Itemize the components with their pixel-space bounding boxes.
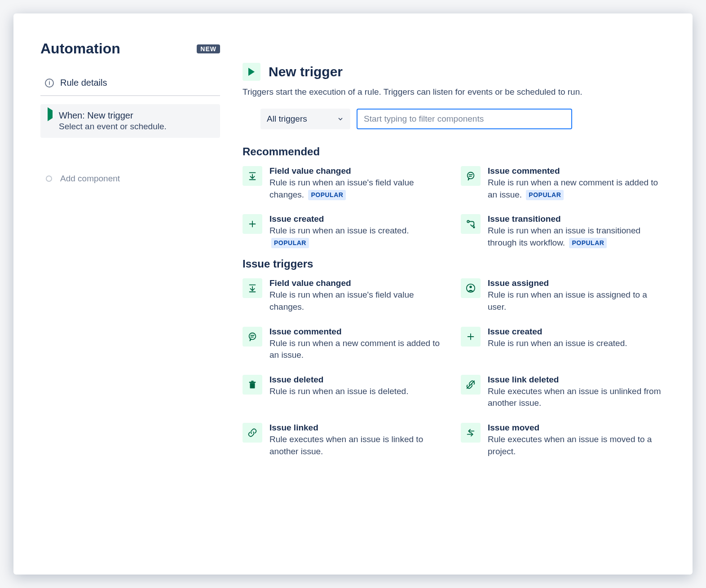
main-header: New trigger: [243, 63, 666, 81]
card-description: Rule is run when an issue is transitione…: [488, 225, 661, 249]
step-new-trigger[interactable]: When: New trigger Select an event or sch…: [40, 104, 220, 138]
card-description-text: Rule is run when an issue is created.: [269, 226, 409, 235]
card-description: Rule executes when an issue is unlinked …: [488, 386, 661, 409]
card-description-text: Rule is run when an issue is transitione…: [488, 226, 640, 247]
rule-details-link[interactable]: i Rule details: [40, 70, 220, 96]
trigger-card[interactable]: Issue transitionedRule is run when an is…: [461, 214, 666, 249]
dropdown-label: All triggers: [267, 114, 307, 124]
card-description-text: Rule executes when an issue is moved to …: [488, 434, 652, 456]
card-body: Issue commentedRule is run when a new co…: [269, 327, 443, 361]
card-description: Rule executes when an issue is moved to …: [488, 434, 661, 457]
new-badge: NEW: [197, 44, 220, 53]
sections: RecommendedField value changedRule is ru…: [243, 145, 666, 457]
card-title: Issue commented: [269, 327, 443, 337]
popular-badge: POPULAR: [569, 238, 607, 249]
card-body: Field value changedRule is run when an i…: [269, 278, 443, 313]
card-description-text: Rule executes when an issue is linked to…: [269, 434, 423, 456]
card-title: Issue created: [269, 214, 443, 224]
card-body: Issue movedRule executes when an issue i…: [488, 423, 661, 457]
step-title: When: New trigger: [59, 110, 167, 121]
card-description: Rule is run when an issue is created. PO…: [269, 225, 443, 249]
trigger-card[interactable]: Issue createdRule is run when an issue i…: [243, 214, 447, 249]
card-body: Field value changedRule is run when an i…: [269, 166, 443, 201]
page-title: Automation: [40, 40, 120, 57]
trigger-grid: Field value changedRule is run when an i…: [243, 166, 666, 249]
card-body: Issue link deletedRule executes when an …: [488, 375, 661, 409]
trash-icon: [243, 375, 262, 395]
section-title: Issue triggers: [243, 258, 666, 270]
card-description-text: Rule is run when an issue's field value …: [269, 290, 414, 312]
card-title: Issue linked: [269, 423, 443, 433]
comment-icon: [243, 327, 262, 347]
move-icon: [461, 423, 481, 443]
svg-rect-20: [250, 383, 255, 388]
trigger-card[interactable]: Issue createdRule is run when an issue i…: [461, 327, 666, 361]
popular-badge: POPULAR: [526, 190, 564, 201]
card-title: Issue commented: [488, 166, 661, 176]
trigger-card[interactable]: Issue assignedRule is run when an issue …: [461, 278, 666, 313]
play-icon: [47, 110, 53, 118]
card-body: Issue createdRule is run when an issue i…: [488, 327, 661, 361]
step-flow: Add component: [40, 165, 220, 184]
card-body: Issue commentedRule is run when a new co…: [488, 166, 661, 201]
sidebar: Automation NEW i Rule details When: New …: [40, 40, 220, 557]
main-description: Triggers start the execution of a rule. …: [243, 87, 666, 97]
card-description: Rule is run when a new comment is added …: [488, 177, 661, 201]
download-bar-icon: [243, 166, 262, 186]
step-subtitle: Select an event or schedule.: [59, 122, 167, 132]
card-description: Rule is run when an issue is deleted.: [269, 386, 443, 398]
triggers-dropdown[interactable]: All triggers: [260, 109, 350, 129]
card-title: Issue moved: [488, 423, 661, 433]
trigger-card[interactable]: Issue link deletedRule executes when an …: [461, 375, 666, 409]
card-description-text: Rule is run when an issue is deleted.: [269, 386, 408, 396]
trigger-card[interactable]: Issue commentedRule is run when a new co…: [243, 327, 447, 361]
plus-icon: [461, 327, 481, 347]
card-body: Issue linkedRule executes when an issue …: [269, 423, 443, 457]
card-description-text: Rule is run when an issue is created.: [488, 338, 627, 348]
transition-icon: [461, 214, 481, 234]
link-icon: [243, 423, 262, 443]
svg-point-3: [468, 172, 474, 179]
play-icon: [243, 63, 260, 81]
trigger-card[interactable]: Issue deletedRule is run when an issue i…: [243, 375, 447, 409]
card-body: Issue deletedRule is run when an issue i…: [269, 375, 443, 409]
svg-point-14: [469, 286, 472, 289]
trigger-card[interactable]: Field value changedRule is run when an i…: [243, 278, 447, 313]
chevron-down-icon: [337, 115, 344, 123]
popular-badge: POPULAR: [271, 238, 309, 249]
svg-point-9: [473, 227, 475, 228]
card-description: Rule executes when an issue is linked to…: [269, 434, 443, 457]
card-description: Rule is run when an issue's field value …: [269, 177, 443, 201]
plus-icon: [243, 214, 262, 234]
card-description-text: Rule executes when an issue is unlinked …: [488, 386, 661, 408]
card-title: Field value changed: [269, 166, 443, 176]
svg-rect-21: [249, 382, 256, 382]
trigger-card[interactable]: Issue linkedRule executes when an issue …: [243, 423, 447, 457]
unlink-icon: [461, 375, 481, 395]
info-icon: i: [45, 79, 54, 88]
trigger-card[interactable]: Field value changedRule is run when an i…: [243, 166, 447, 201]
trigger-card[interactable]: Issue commentedRule is run when a new co…: [461, 166, 666, 201]
card-description: Rule is run when an issue is assigned to…: [488, 289, 661, 313]
filter-row: All triggers: [260, 109, 666, 129]
card-body: Issue createdRule is run when an issue i…: [269, 214, 443, 249]
trigger-card[interactable]: Issue movedRule executes when an issue i…: [461, 423, 666, 457]
svg-point-15: [249, 333, 256, 339]
hollow-dot-icon: [46, 176, 52, 182]
sidebar-header: Automation NEW: [40, 40, 220, 57]
card-description-text: Rule is run when an issue is assigned to…: [488, 290, 647, 312]
section-title: Recommended: [243, 145, 666, 158]
main-content: New trigger Triggers start the execution…: [243, 40, 666, 557]
filter-input[interactable]: [357, 109, 572, 129]
popular-badge: POPULAR: [308, 190, 346, 201]
add-component-button[interactable]: Add component: [40, 165, 220, 184]
download-bar-icon: [243, 278, 262, 298]
person-icon: [461, 278, 481, 298]
card-description: Rule is run when an issue's field value …: [269, 289, 443, 313]
card-title: Issue created: [488, 327, 661, 337]
card-title: Issue deleted: [269, 375, 443, 385]
automation-panel: Automation NEW i Rule details When: New …: [13, 13, 693, 575]
card-title: Issue assigned: [488, 278, 661, 288]
card-description: Rule is run when a new comment is added …: [269, 338, 443, 361]
comment-icon: [461, 166, 481, 186]
